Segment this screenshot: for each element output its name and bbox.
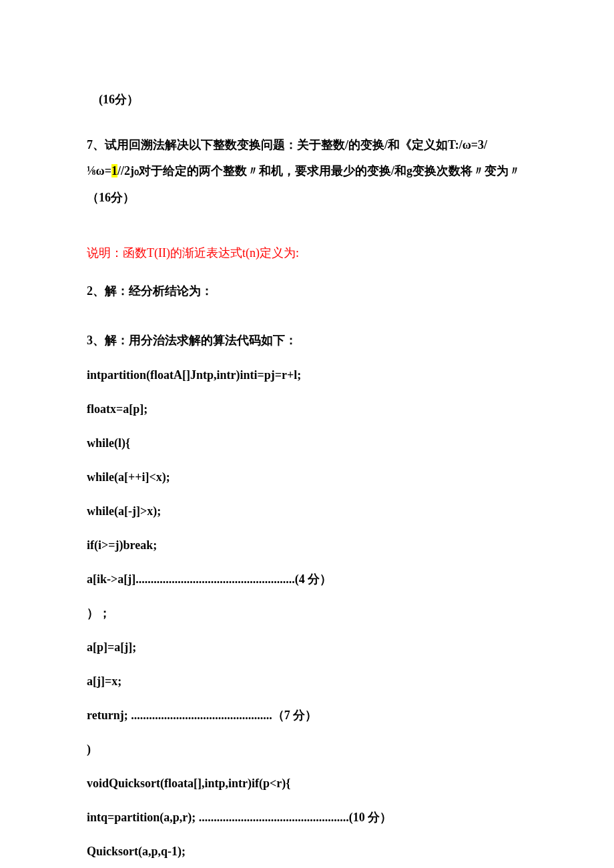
code-line-3: while(l){ xyxy=(87,434,527,452)
answer-2: 2、解：经分析结论为： xyxy=(87,280,527,302)
code-line-5: while(a[-j]>x); xyxy=(87,502,527,520)
code-line-11: returnj; ...............................… xyxy=(87,707,527,725)
code-line-1: intpartition(floatA[]Jntp,intr)inti=pj=r… xyxy=(87,366,527,384)
code-line-2: floatx=a[p]; xyxy=(87,400,527,418)
code-line-15: Quicksort(a,p,q-1); xyxy=(87,843,527,861)
score-line: (16分） xyxy=(87,87,527,113)
code-line-12: ) xyxy=(87,741,527,759)
code-line-4: while(a[++i]<x); xyxy=(87,468,527,486)
spacer xyxy=(87,317,527,329)
q7-text-b: //2j₀对于给定的两个整数〃和机，要求用最少的变换/和g变换次数将〃变为〃（1… xyxy=(87,164,521,204)
question-7: 7、试用回溯法解决以下整数变换问题：关于整数/的变换/和《定义如T:/ω=3/⅛… xyxy=(87,132,527,211)
code-line-7: a[ik->a[j]..............................… xyxy=(87,570,527,588)
code-line-13: voidQuicksort(floata[],intp,intr)if(p<r)… xyxy=(87,775,527,793)
document-page: (16分） 7、试用回溯法解决以下整数变换问题：关于整数/的变换/和《定义如T:… xyxy=(0,0,614,868)
code-line-10: a[j]=x; xyxy=(87,673,527,691)
code-line-6: if(i>=j)break; xyxy=(87,536,527,554)
note-line: 说明：函数T(II)的渐近表达式t(n)定义为: xyxy=(87,242,527,264)
code-line-9: a[p]=a[j]; xyxy=(87,638,527,657)
answer-3: 3、解：用分治法求解的算法代码如下： xyxy=(87,329,527,352)
spacer xyxy=(87,230,527,242)
code-line-8: ）； xyxy=(87,604,527,622)
q7-highlight: 1 xyxy=(111,164,117,177)
code-line-14: intq=partition(a,p,r); .................… xyxy=(87,809,527,827)
